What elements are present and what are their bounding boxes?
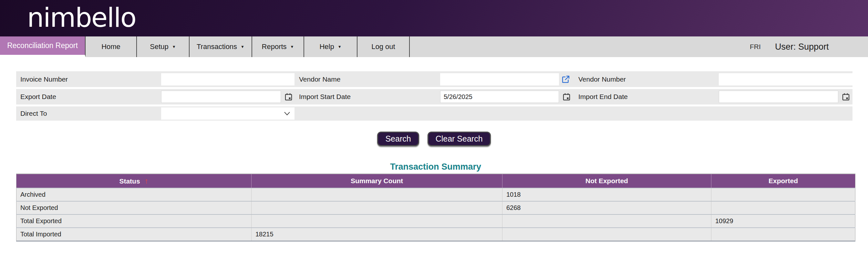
cell-summary-count: [252, 201, 502, 215]
cell-exported: [711, 228, 856, 241]
cell-summary-count: 18215: [252, 228, 502, 241]
main-navbar: Reconciliation Report Home Setup ▼ Trans…: [0, 36, 868, 57]
nav-item-reports[interactable]: Reports ▼: [252, 36, 304, 57]
vendor-name-input[interactable]: [440, 73, 559, 85]
direct-to-label: Direct To: [20, 106, 47, 121]
cell-summary-count: [252, 215, 502, 228]
nav-item-label: Setup: [150, 43, 168, 51]
cell-not-exported: [502, 215, 711, 228]
table-row-total-imported: Total Imported 18215: [17, 228, 856, 241]
cell-status: Archived: [17, 188, 252, 201]
import-end-date-input[interactable]: [719, 90, 838, 103]
nav-item-home[interactable]: Home: [86, 36, 137, 57]
nimbello-logo: nimbello: [27, 0, 136, 36]
cell-not-exported: [502, 228, 711, 241]
sort-ascending-icon: ↑: [145, 176, 149, 185]
nav-item-transactions[interactable]: Transactions ▼: [190, 36, 252, 57]
nav-item-label: Transactions: [197, 43, 237, 51]
chevron-down-icon: ▼: [241, 44, 244, 49]
import-end-date-calendar-icon[interactable]: [841, 92, 850, 102]
column-header-status[interactable]: Status↑: [17, 174, 252, 188]
nav-item-help[interactable]: Help ▼: [304, 36, 358, 57]
export-date-label: Export Date: [20, 89, 56, 105]
cell-status: Total Imported: [17, 228, 252, 241]
table-row-total-exported: Total Exported 10929: [17, 215, 856, 228]
vendor-number-input[interactable]: [719, 73, 852, 85]
search-button[interactable]: Search: [377, 132, 419, 146]
column-header-exported[interactable]: Exported: [711, 174, 856, 188]
cell-exported: [711, 201, 856, 215]
nav-item-label: Reconciliation Report: [7, 41, 78, 50]
transaction-summary-table: Status↑ Summary Count Not Exported Expor…: [16, 174, 856, 242]
cell-status: Not Exported: [17, 201, 252, 215]
cell-not-exported: 6268: [502, 201, 711, 215]
nav-item-label: Log out: [371, 43, 395, 51]
nav-item-reconciliation-report[interactable]: Reconciliation Report: [0, 36, 86, 57]
nav-item-setup[interactable]: Setup ▼: [137, 36, 190, 57]
direct-to-select[interactable]: [161, 107, 294, 120]
reconciliation-report-page: nimbello Reconciliation Report Home Setu…: [0, 0, 868, 258]
cell-exported: [711, 188, 856, 201]
cell-exported: 10929: [711, 215, 856, 228]
language-indicator[interactable]: FRI: [750, 36, 761, 57]
chevron-down-icon: ▼: [172, 44, 176, 49]
logged-in-user-label: User: Support: [775, 36, 829, 57]
export-date-calendar-icon[interactable]: [283, 92, 293, 102]
invoice-number-label: Invoice Number: [20, 71, 68, 87]
nav-item-label: Reports: [262, 43, 287, 51]
chevron-down-icon: [282, 109, 292, 118]
form-row-1: Invoice Number Vendor Name Vendor Number: [16, 71, 852, 87]
import-start-date-calendar-icon[interactable]: [562, 92, 571, 102]
table-row-not-exported: Not Exported 6268: [17, 201, 856, 215]
transaction-summary-title: Transaction Summary: [16, 162, 855, 172]
nav-item-logout[interactable]: Log out: [358, 36, 410, 57]
import-end-date-label: Import End Date: [578, 89, 628, 105]
chevron-down-icon: ▼: [338, 44, 342, 49]
nav-item-label: Home: [101, 43, 120, 51]
vendor-name-label: Vendor Name: [299, 71, 340, 87]
column-header-summary-count[interactable]: Summary Count: [252, 174, 502, 188]
form-row-3: Direct To: [16, 106, 852, 121]
cell-not-exported: 1018: [502, 188, 711, 201]
table-header-row: Status↑ Summary Count Not Exported Expor…: [17, 174, 856, 188]
form-actions: Search Clear Search: [0, 132, 868, 146]
clear-search-button[interactable]: Clear Search: [428, 132, 491, 146]
cell-status: Total Exported: [17, 215, 252, 228]
brand-header: nimbello: [0, 0, 868, 36]
column-header-label: Status: [119, 177, 140, 185]
invoice-number-input[interactable]: [161, 73, 294, 85]
form-row-2: Export Date Import Start Date Import End…: [16, 89, 852, 105]
import-start-date-input[interactable]: [440, 90, 559, 103]
vendor-lookup-popup-icon[interactable]: [561, 74, 570, 84]
column-header-not-exported[interactable]: Not Exported: [502, 174, 711, 188]
table-row-archived: Archived 1018: [17, 188, 856, 201]
import-start-date-label: Import Start Date: [299, 89, 351, 105]
vendor-number-label: Vendor Number: [578, 71, 626, 87]
export-date-input[interactable]: [161, 90, 281, 103]
nav-item-label: Help: [319, 43, 334, 51]
cell-summary-count: [252, 188, 502, 201]
chevron-down-icon: ▼: [290, 44, 294, 49]
